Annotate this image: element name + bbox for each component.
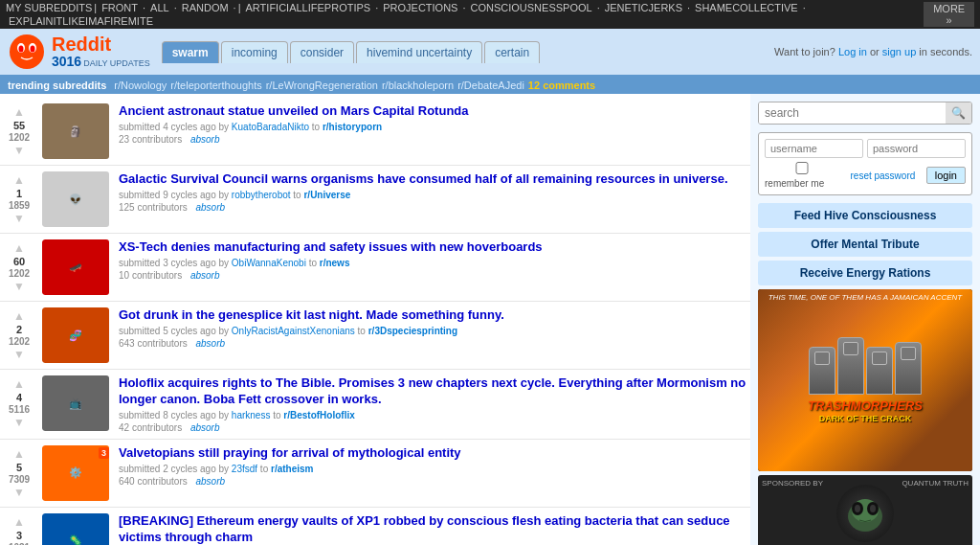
absorb-link[interactable]: absorb bbox=[196, 202, 226, 213]
post-title[interactable]: Galactic Survival Council warns organism… bbox=[119, 171, 728, 186]
nav-consciousness[interactable]: CONSCIOUSNESSPOOL bbox=[471, 2, 592, 13]
downvote-arrow[interactable]: ▼ bbox=[13, 486, 25, 499]
thumbnail: 📺 bbox=[42, 375, 111, 431]
post-title[interactable]: Holoflix acquires rights to The Bible. P… bbox=[119, 375, 746, 406]
feed-hive-button[interactable]: Feed Hive Consciousness bbox=[758, 203, 972, 228]
subreddit-bar: trending subreddits r/Nowology r/telepor… bbox=[0, 77, 980, 94]
downvote-arrow[interactable]: ▼ bbox=[13, 348, 25, 361]
upvote-arrow[interactable]: ▲ bbox=[13, 515, 25, 529]
logo-tagline: DAILY UPDATES bbox=[83, 59, 150, 68]
post-title[interactable]: XS-Tech denies manufacturing and safety … bbox=[119, 239, 543, 254]
comments-link[interactable]: 12 comments bbox=[528, 79, 595, 91]
thumbnail-image: 📺 bbox=[42, 375, 109, 431]
nav-random[interactable]: RANDOM bbox=[182, 2, 229, 13]
post-title[interactable]: Ancient astronaut statue unveiled on Mar… bbox=[119, 103, 469, 118]
subreddit-teleporter[interactable]: r/teleporterthoughts bbox=[170, 79, 261, 91]
tab-swarm[interactable]: swarm bbox=[162, 41, 219, 63]
upvote-arrow[interactable]: ▲ bbox=[13, 105, 25, 119]
password-field[interactable] bbox=[867, 139, 966, 158]
robot-4 bbox=[895, 342, 922, 395]
remember-me-label: remember me bbox=[765, 162, 839, 189]
post-subreddit[interactable]: r/historyporn bbox=[323, 122, 382, 132]
tab-hivemind[interactable]: hivemind uncertainty bbox=[356, 41, 482, 63]
nav-jenetic[interactable]: JENETICJERKS bbox=[605, 2, 682, 13]
post-author[interactable]: ObiWannaKenobi bbox=[232, 258, 306, 268]
robot-head-4 bbox=[901, 347, 916, 360]
downvote-arrow[interactable]: ▼ bbox=[13, 280, 25, 293]
upvote-arrow[interactable]: ▲ bbox=[13, 309, 25, 323]
vote-count2: 1202 bbox=[9, 268, 30, 279]
absorb-link[interactable]: absorb bbox=[196, 338, 226, 349]
post-title[interactable]: [BREAKING] Ethereum energy vaults of XP1… bbox=[119, 513, 730, 544]
nav-shame[interactable]: SHAMECOLLECTIVE bbox=[695, 2, 798, 13]
search-button[interactable]: 🔍 bbox=[946, 102, 971, 124]
downvote-arrow[interactable]: ▼ bbox=[13, 416, 25, 429]
post-meta: submitted 4 cycles ago by KuatoBaradaNik… bbox=[119, 122, 746, 132]
vote-score: 5 bbox=[16, 462, 22, 473]
sidebar-sponsored: SPONSORED BY QUANTUM TRUTH bbox=[758, 475, 972, 545]
nav-explain[interactable]: EXPLAINITLIKEIMAFIREMITE bbox=[9, 15, 153, 27]
post-subreddit[interactable]: r/news bbox=[320, 258, 350, 268]
subreddit-lewrong[interactable]: r/LeWrongRegeneration bbox=[266, 79, 378, 91]
absorb-link[interactable]: absorb bbox=[190, 134, 220, 145]
absorb-link[interactable]: absorb bbox=[190, 270, 220, 281]
contributors-count: 640 contributors bbox=[119, 476, 188, 487]
downvote-arrow[interactable]: ▼ bbox=[13, 212, 25, 225]
offer-tribute-button[interactable]: Offer Mental Tribute bbox=[758, 232, 972, 257]
post-subreddit[interactable]: r/3Dspeciesprinting bbox=[368, 326, 457, 336]
login-button[interactable]: login bbox=[926, 167, 966, 184]
post-content: Got drunk in the genesplice kit last nig… bbox=[119, 307, 746, 363]
thumbnail-image: 👽 bbox=[42, 171, 109, 227]
tab-consider[interactable]: consider bbox=[290, 41, 354, 63]
post-author[interactable]: KuatoBaradaNikto bbox=[232, 122, 309, 132]
absorb-link[interactable]: absorb bbox=[190, 422, 220, 433]
post-author[interactable]: robbytherobot bbox=[232, 190, 291, 200]
quantum-truth-label: QUANTUM TRUTH bbox=[902, 479, 969, 488]
nav-front[interactable]: FRONT bbox=[101, 2, 138, 13]
log-in-link[interactable]: Log in bbox=[838, 46, 867, 57]
post-subreddit[interactable]: r/Universe bbox=[303, 190, 350, 200]
tab-incoming[interactable]: incoming bbox=[221, 41, 288, 63]
vote-count2: 1202 bbox=[9, 132, 30, 143]
thumbnail-image: 🛹 bbox=[42, 239, 109, 295]
tab-certain[interactable]: certain bbox=[484, 41, 540, 63]
post-subreddit[interactable]: r/atheism bbox=[271, 464, 313, 474]
username-field[interactable] bbox=[765, 139, 863, 158]
logo-year: 3016 bbox=[52, 54, 81, 69]
upvote-arrow[interactable]: ▲ bbox=[13, 377, 25, 391]
nav-all[interactable]: ALL bbox=[150, 2, 169, 13]
search-input[interactable] bbox=[759, 102, 946, 124]
upvote-arrow[interactable]: ▲ bbox=[13, 173, 25, 187]
vote-score: 60 bbox=[13, 256, 25, 267]
sidebar-ad: THIS TIME, ONE OF THEM HAS A JAMAICAN AC… bbox=[758, 289, 972, 471]
post-author[interactable]: 23fsdf bbox=[232, 464, 257, 474]
login-fields bbox=[765, 139, 966, 158]
robot-1 bbox=[809, 347, 835, 395]
receive-energy-button[interactable]: Receive Energy Rations bbox=[758, 261, 972, 285]
subreddit-nowology[interactable]: r/Nowology bbox=[114, 79, 167, 91]
reset-password-link[interactable]: reset password bbox=[850, 170, 915, 181]
post-subreddit[interactable]: r/BestofHoloflix bbox=[283, 410, 354, 420]
post-author[interactable]: OnlyRacistAgainstXenonians bbox=[232, 326, 355, 336]
trending-label: trending subreddits bbox=[8, 79, 106, 91]
post-author[interactable]: harkness bbox=[232, 410, 271, 420]
nav-projections[interactable]: PROJECTIONS bbox=[383, 2, 457, 13]
ad-inner: THIS TIME, ONE OF THEM HAS A JAMAICAN AC… bbox=[758, 289, 972, 471]
upvote-arrow[interactable]: ▲ bbox=[13, 447, 25, 461]
remember-me-checkbox[interactable] bbox=[765, 162, 839, 174]
nav-artificiallife[interactable]: ARTIFICIALLIFEPROTIPS bbox=[246, 2, 371, 13]
top-nav: MY SUBREDDITS | FRONT· ALL· RANDOM· | AR… bbox=[6, 2, 924, 27]
more-button[interactable]: MORE » bbox=[924, 2, 974, 27]
upvote-arrow[interactable]: ▲ bbox=[13, 241, 25, 255]
robot-head-3 bbox=[872, 352, 887, 365]
vote-column: ▲ 4 5116 ▼ bbox=[4, 375, 34, 433]
subreddit-jedi[interactable]: r/DebateAJedi bbox=[457, 79, 524, 91]
subreddit-blackhole[interactable]: r/blackholeporn bbox=[382, 79, 454, 91]
downvote-arrow[interactable]: ▼ bbox=[13, 144, 25, 157]
post-title[interactable]: Got drunk in the genesplice kit last nig… bbox=[119, 307, 504, 322]
post-row: ▲ 2 1202 ▼ 🧬 Got drunk in the genesplice… bbox=[0, 302, 750, 370]
absorb-link[interactable]: absorb bbox=[196, 476, 226, 487]
vote-column: ▲ 60 1202 ▼ bbox=[4, 239, 34, 295]
post-title[interactable]: Valvetopians still praying for arrival o… bbox=[119, 445, 461, 460]
sign-up-link[interactable]: sign up bbox=[882, 46, 916, 57]
